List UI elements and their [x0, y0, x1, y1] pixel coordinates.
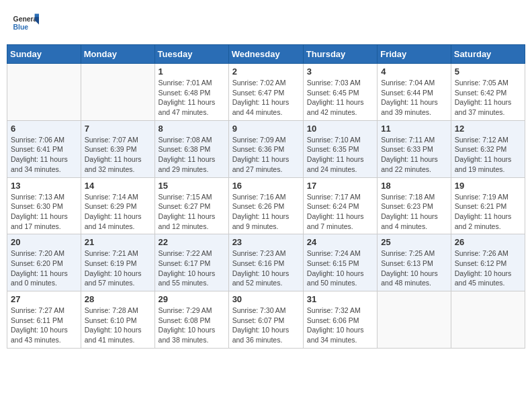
calendar-cell: 3Sunrise: 7:03 AM Sunset: 6:45 PM Daylig… — [303, 64, 377, 121]
day-number: 19 — [455, 181, 521, 191]
day-number: 11 — [381, 124, 447, 134]
day-number: 3 — [307, 66, 373, 77]
day-info: Sunrise: 7:02 AM Sunset: 6:47 PM Dayligh… — [232, 78, 300, 118]
day-info: Sunrise: 7:11 AM Sunset: 6:33 PM Dayligh… — [381, 135, 447, 175]
day-info: Sunrise: 7:27 AM Sunset: 6:11 PM Dayligh… — [11, 306, 77, 345]
day-number: 6 — [11, 124, 77, 134]
calendar-cell: 10Sunrise: 7:10 AM Sunset: 6:35 PM Dayli… — [303, 120, 377, 177]
day-number: 5 — [455, 66, 521, 77]
calendar-cell: 4Sunrise: 7:04 AM Sunset: 6:44 PM Daylig… — [378, 64, 451, 121]
day-number: 16 — [232, 181, 300, 191]
logo-icon: General Blue — [12, 9, 39, 36]
svg-marker-3 — [35, 17, 39, 24]
calendar-cell: 20Sunrise: 7:20 AM Sunset: 6:20 PM Dayli… — [7, 234, 81, 291]
day-number: 17 — [307, 181, 373, 191]
day-info: Sunrise: 7:15 AM Sunset: 6:27 PM Dayligh… — [159, 192, 225, 232]
calendar-cell — [378, 291, 451, 349]
day-number: 24 — [307, 237, 373, 247]
day-info: Sunrise: 7:09 AM Sunset: 6:36 PM Dayligh… — [232, 135, 300, 175]
day-number: 13 — [11, 181, 77, 191]
day-info: Sunrise: 7:20 AM Sunset: 6:20 PM Dayligh… — [11, 248, 77, 288]
day-info: Sunrise: 7:14 AM Sunset: 6:29 PM Dayligh… — [85, 192, 151, 232]
day-info: Sunrise: 7:06 AM Sunset: 6:41 PM Dayligh… — [11, 135, 77, 175]
day-number: 2 — [232, 66, 300, 77]
calendar-cell: 14Sunrise: 7:14 AM Sunset: 6:29 PM Dayli… — [81, 177, 154, 234]
calendar-cell: 12Sunrise: 7:12 AM Sunset: 6:32 PM Dayli… — [451, 120, 525, 177]
col-header-saturday: Saturday — [451, 45, 525, 64]
day-info: Sunrise: 7:25 AM Sunset: 6:13 PM Dayligh… — [381, 248, 447, 288]
day-info: Sunrise: 7:13 AM Sunset: 6:30 PM Dayligh… — [11, 192, 77, 232]
col-header-sunday: Sunday — [7, 45, 81, 64]
calendar-table: SundayMondayTuesdayWednesdayThursdayFrid… — [7, 44, 525, 349]
calendar-cell: 26Sunrise: 7:26 AM Sunset: 6:12 PM Dayli… — [451, 234, 525, 291]
calendar-cell: 30Sunrise: 7:30 AM Sunset: 6:07 PM Dayli… — [228, 291, 303, 349]
calendar-cell — [7, 64, 81, 121]
day-info: Sunrise: 7:32 AM Sunset: 6:06 PM Dayligh… — [307, 306, 373, 345]
calendar-cell: 5Sunrise: 7:05 AM Sunset: 6:42 PM Daylig… — [451, 64, 525, 121]
calendar-cell: 28Sunrise: 7:28 AM Sunset: 6:10 PM Dayli… — [81, 291, 154, 349]
day-number: 9 — [232, 124, 300, 134]
calendar-cell: 17Sunrise: 7:17 AM Sunset: 6:24 PM Dayli… — [303, 177, 377, 234]
day-info: Sunrise: 7:08 AM Sunset: 6:38 PM Dayligh… — [159, 135, 225, 175]
day-info: Sunrise: 7:03 AM Sunset: 6:45 PM Dayligh… — [307, 78, 373, 118]
day-info: Sunrise: 7:28 AM Sunset: 6:10 PM Dayligh… — [85, 306, 151, 345]
calendar-cell: 18Sunrise: 7:18 AM Sunset: 6:23 PM Dayli… — [378, 177, 451, 234]
day-info: Sunrise: 7:16 AM Sunset: 6:26 PM Dayligh… — [232, 192, 300, 232]
logo: General Blue — [12, 9, 40, 36]
day-number: 14 — [85, 181, 151, 191]
day-info: Sunrise: 7:26 AM Sunset: 6:12 PM Dayligh… — [455, 248, 521, 288]
day-number: 4 — [381, 66, 447, 77]
day-number: 26 — [455, 237, 521, 247]
calendar-cell: 24Sunrise: 7:24 AM Sunset: 6:15 PM Dayli… — [303, 234, 377, 291]
col-header-monday: Monday — [81, 45, 154, 64]
day-info: Sunrise: 7:10 AM Sunset: 6:35 PM Dayligh… — [307, 135, 373, 175]
calendar-cell: 15Sunrise: 7:15 AM Sunset: 6:27 PM Dayli… — [154, 177, 228, 234]
day-info: Sunrise: 7:29 AM Sunset: 6:08 PM Dayligh… — [159, 306, 225, 345]
day-number: 22 — [159, 237, 225, 247]
day-number: 18 — [381, 181, 447, 191]
calendar-cell: 8Sunrise: 7:08 AM Sunset: 6:38 PM Daylig… — [154, 120, 228, 177]
day-info: Sunrise: 7:01 AM Sunset: 6:48 PM Dayligh… — [159, 78, 225, 118]
day-info: Sunrise: 7:18 AM Sunset: 6:23 PM Dayligh… — [381, 192, 447, 232]
day-number: 25 — [381, 237, 447, 247]
day-info: Sunrise: 7:24 AM Sunset: 6:15 PM Dayligh… — [307, 248, 373, 288]
col-header-thursday: Thursday — [303, 45, 377, 64]
day-number: 23 — [232, 237, 300, 247]
calendar-cell: 19Sunrise: 7:19 AM Sunset: 6:21 PM Dayli… — [451, 177, 525, 234]
calendar-cell: 31Sunrise: 7:32 AM Sunset: 6:06 PM Dayli… — [303, 291, 377, 349]
day-info: Sunrise: 7:04 AM Sunset: 6:44 PM Dayligh… — [381, 78, 447, 118]
col-header-wednesday: Wednesday — [228, 45, 303, 64]
day-info: Sunrise: 7:23 AM Sunset: 6:16 PM Dayligh… — [232, 248, 300, 288]
day-number: 12 — [455, 124, 521, 134]
day-number: 31 — [307, 294, 373, 304]
calendar-cell: 21Sunrise: 7:21 AM Sunset: 6:19 PM Dayli… — [81, 234, 154, 291]
day-number: 27 — [11, 294, 77, 304]
day-number: 21 — [85, 237, 151, 247]
page-header: General Blue — [7, 7, 525, 39]
calendar-cell: 13Sunrise: 7:13 AM Sunset: 6:30 PM Dayli… — [7, 177, 81, 234]
calendar-cell — [81, 64, 154, 121]
day-info: Sunrise: 7:12 AM Sunset: 6:32 PM Dayligh… — [455, 135, 521, 175]
day-number: 8 — [159, 124, 225, 134]
day-info: Sunrise: 7:07 AM Sunset: 6:39 PM Dayligh… — [85, 135, 151, 175]
calendar-cell: 27Sunrise: 7:27 AM Sunset: 6:11 PM Dayli… — [7, 291, 81, 349]
col-header-friday: Friday — [378, 45, 451, 64]
calendar-cell: 1Sunrise: 7:01 AM Sunset: 6:48 PM Daylig… — [154, 64, 228, 121]
day-number: 30 — [232, 294, 300, 304]
calendar-cell: 16Sunrise: 7:16 AM Sunset: 6:26 PM Dayli… — [228, 177, 303, 234]
calendar-cell: 29Sunrise: 7:29 AM Sunset: 6:08 PM Dayli… — [154, 291, 228, 349]
day-number: 7 — [85, 124, 151, 134]
day-number: 29 — [159, 294, 225, 304]
day-info: Sunrise: 7:19 AM Sunset: 6:21 PM Dayligh… — [455, 192, 521, 232]
svg-text:Blue: Blue — [13, 24, 29, 31]
day-number: 15 — [159, 181, 225, 191]
day-number: 10 — [307, 124, 373, 134]
calendar-cell — [451, 291, 525, 349]
day-number: 28 — [85, 294, 151, 304]
day-number: 1 — [159, 66, 225, 77]
day-info: Sunrise: 7:17 AM Sunset: 6:24 PM Dayligh… — [307, 192, 373, 232]
calendar-cell: 7Sunrise: 7:07 AM Sunset: 6:39 PM Daylig… — [81, 120, 154, 177]
calendar-cell: 9Sunrise: 7:09 AM Sunset: 6:36 PM Daylig… — [228, 120, 303, 177]
day-info: Sunrise: 7:21 AM Sunset: 6:19 PM Dayligh… — [85, 248, 151, 288]
day-info: Sunrise: 7:05 AM Sunset: 6:42 PM Dayligh… — [455, 78, 521, 118]
